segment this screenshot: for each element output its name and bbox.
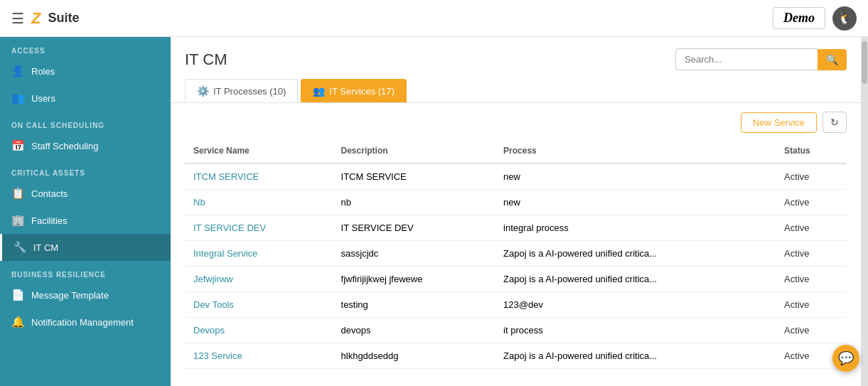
search-bar: 🔍 [675, 48, 847, 70]
main-header: IT CM 🔍 ⚙️ IT Processes (10) 👥 IT Servic… [171, 37, 861, 103]
sidebar-item-message-template[interactable]: 📄 Message Template [0, 282, 171, 309]
chat-bubble-button[interactable]: 💬 [832, 345, 859, 372]
sidebar-section-business-resilience: BUSINESS RESILIENCE [0, 261, 171, 282]
service-name-link[interactable]: Nb [193, 197, 205, 208]
cell-status: Active [776, 292, 847, 318]
cell-status: Active [776, 215, 847, 241]
logo-z-icon: Z [31, 9, 41, 28]
table-row: Devops devops it process Active [185, 318, 847, 343]
users-icon: 👥 [11, 92, 24, 104]
cell-status: Active [776, 190, 847, 215]
facilities-icon: 🏢 [11, 214, 24, 227]
avatar[interactable]: 🐧 [832, 6, 857, 31]
cell-status: Active [776, 267, 847, 292]
sidebar-section-critical-assets: CRITICAL ASSETS [0, 159, 171, 180]
cell-description: sassjcjdc [333, 241, 495, 267]
tab-it-processes[interactable]: ⚙️ IT Processes (10) [185, 79, 298, 102]
table-toolbar: New Service ↻ [185, 103, 847, 139]
tab-it-services-label: IT Services (17) [329, 86, 395, 97]
sidebar-item-staff-scheduling-label: Staff Scheduling [31, 141, 98, 151]
col-status: Status [776, 139, 847, 163]
main-content: IT CM 🔍 ⚙️ IT Processes (10) 👥 IT Servic… [171, 37, 861, 386]
topbar: ☰ Z Suite Demo 🐧 [0, 0, 868, 37]
table-row: Jefwjirww fjwfirijijkwej jfewewe Zapoj i… [185, 267, 847, 292]
service-name-link[interactable]: Dev Tools [193, 299, 234, 310]
cell-description: testing [333, 292, 495, 318]
it-processes-tab-icon: ⚙️ [197, 85, 209, 97]
it-services-tab-icon: 👥 [313, 85, 325, 97]
sidebar-item-roles[interactable]: 👤 Roles [0, 58, 171, 85]
col-process: Process [495, 139, 776, 163]
search-button[interactable]: 🔍 [818, 49, 847, 70]
sidebar-item-notification-management[interactable]: 🔔 Notification Management [0, 309, 171, 336]
topbar-right: Demo 🐧 [773, 6, 857, 31]
cell-status: Active [776, 163, 847, 190]
scrollbar-thumb[interactable] [862, 41, 867, 84]
table-header-row: Service Name Description Process Status [185, 139, 847, 163]
sidebar-item-contacts-label: Contacts [31, 188, 68, 199]
sidebar-item-facilities[interactable]: 🏢 Facilities [0, 207, 171, 234]
cell-service-name[interactable]: IT SERVICE DEV [185, 215, 333, 241]
col-service-name: Service Name [185, 139, 333, 163]
layout: ACCESS 👤 Roles 👥 Users ON CALL SCHEDULIN… [0, 37, 868, 386]
service-name-link[interactable]: Devops [193, 325, 225, 336]
new-service-button[interactable]: New Service [741, 112, 817, 133]
sidebar-item-message-template-label: Message Template [31, 290, 109, 301]
sidebar-section-access: ACCESS [0, 37, 171, 58]
logo-text: Suite [48, 11, 79, 26]
cell-service-name[interactable]: ITCM SERVICE [185, 163, 333, 190]
cell-status: Active [776, 318, 847, 343]
service-name-link[interactable]: Integral Service [193, 248, 257, 259]
cell-status: Active [776, 241, 847, 267]
service-name-link[interactable]: ITCM SERVICE [193, 171, 259, 182]
cell-service-name[interactable]: 123 Service [185, 343, 333, 369]
tabs: ⚙️ IT Processes (10) 👥 IT Services (17) [185, 79, 847, 102]
sidebar-item-contacts[interactable]: 📋 Contacts [0, 180, 171, 207]
demo-badge: Demo [773, 7, 825, 29]
scrollbar-track[interactable] [861, 37, 868, 386]
sidebar-item-it-cm[interactable]: 🔧 IT CM [0, 234, 171, 261]
tab-it-services[interactable]: 👥 IT Services (17) [301, 79, 407, 102]
sidebar-section-oncall: ON CALL SCHEDULING [0, 112, 171, 132]
table-row: Nb nb new Active [185, 190, 847, 215]
sidebar-item-facilities-label: Facilities [31, 215, 68, 226]
sidebar-item-users-label: Users [31, 93, 55, 104]
col-description: Description [333, 139, 495, 163]
table-row: IT SERVICE DEV IT SERVICE DEV integral p… [185, 215, 847, 241]
table-row: 123 Service hlkhgddseddg Zapoj is a AI-p… [185, 343, 847, 369]
cell-service-name[interactable]: Dev Tools [185, 292, 333, 318]
cell-service-name[interactable]: Integral Service [185, 241, 333, 267]
sidebar-item-notification-management-label: Notification Management [31, 317, 134, 328]
sidebar-item-roles-label: Roles [31, 66, 55, 77]
service-name-link[interactable]: IT SERVICE DEV [193, 223, 266, 233]
table-area: New Service ↻ Service Name Description P… [171, 103, 861, 386]
cell-process: Zapoj is a AI-powered unified critica... [495, 343, 776, 369]
cell-description: ITCM SERVICE [333, 163, 495, 190]
roles-icon: 👤 [11, 65, 24, 77]
page-title: IT CM [185, 50, 227, 69]
cell-process: new [495, 163, 776, 190]
menu-toggle-button[interactable]: ☰ [11, 10, 24, 27]
sidebar-item-users[interactable]: 👥 Users [0, 85, 171, 112]
table-row: Dev Tools testing 123@dev Active [185, 292, 847, 318]
sidebar: ACCESS 👤 Roles 👥 Users ON CALL SCHEDULIN… [0, 37, 171, 386]
cell-description: hlkhgddseddg [333, 343, 495, 369]
calendar-icon: 📅 [11, 139, 24, 152]
cell-service-name[interactable]: Jefwjirww [185, 267, 333, 292]
search-input[interactable] [675, 48, 818, 70]
cell-service-name[interactable]: Devops [185, 318, 333, 343]
refresh-button[interactable]: ↻ [823, 112, 847, 133]
services-table: Service Name Description Process Status … [185, 139, 847, 369]
cell-process: 123@dev [495, 292, 776, 318]
cell-process: integral process [495, 215, 776, 241]
sidebar-item-itcm-label: IT CM [33, 242, 58, 253]
cell-service-name[interactable]: Nb [185, 190, 333, 215]
tab-it-processes-label: IT Processes (10) [213, 86, 286, 97]
sidebar-item-staff-scheduling[interactable]: 📅 Staff Scheduling [0, 132, 171, 159]
itcm-icon: 🔧 [14, 241, 26, 254]
message-template-icon: 📄 [11, 289, 24, 301]
topbar-left: ☰ Z Suite [11, 9, 79, 28]
table-row: ITCM SERVICE ITCM SERVICE new Active [185, 163, 847, 190]
service-name-link[interactable]: Jefwjirww [193, 274, 233, 284]
service-name-link[interactable]: 123 Service [193, 350, 242, 361]
